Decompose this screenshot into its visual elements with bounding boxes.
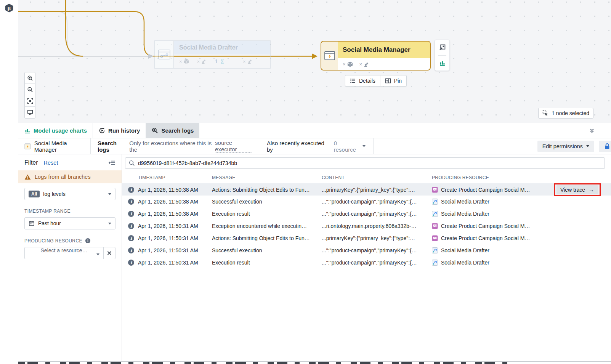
log-table-row[interactable]: i Apr 1, 2026, 11:50:31 AM Actions: Subm… — [122, 232, 611, 244]
log-levels-label: log levels — [43, 191, 65, 197]
zoom-to-fit-button[interactable] — [25, 95, 35, 107]
node-social-media-manager[interactable]: Social Media Manager × × — [321, 41, 431, 71]
no-edits-icon: × — [243, 59, 246, 64]
automation-resource-icon — [24, 143, 31, 150]
left-rail: µ — [0, 0, 18, 364]
log-table-row[interactable]: i Apr 1, 2026, 11:50:38 AM Execution res… — [122, 208, 611, 220]
info-icon[interactable] — [85, 238, 91, 244]
info-level-icon: i — [128, 247, 134, 253]
no-edits-icon: × — [197, 59, 200, 64]
collapse-panel-button[interactable] — [589, 128, 595, 134]
column-header-producing-resource[interactable]: PRODUCING RESOURCE — [432, 175, 554, 180]
view-trace-annotation: View trace → — [554, 183, 601, 196]
selected-resource-breadcrumb[interactable]: Social Media Manager — [18, 138, 91, 154]
log-content: ...primaryKey":{"primary_key":{"type":… — [322, 235, 432, 241]
log-table-row[interactable]: i Apr 1, 2026, 11:50:31 AM Successful ex… — [122, 244, 611, 257]
no-objects-icon: × — [343, 61, 346, 67]
filter-controls: All log levels TIMESTAMP RANGE Past hour… — [18, 183, 122, 264]
log-table-row[interactable]: i Apr 1, 2026, 11:50:38 AM Actions: Subm… — [122, 183, 611, 196]
info-level-icon: i — [128, 187, 134, 193]
caret-down-icon — [362, 145, 366, 147]
log-message: Exception encountered while executin… — [212, 223, 322, 229]
tab-model-usage-charts[interactable]: Model usage charts — [19, 123, 93, 138]
log-content: ...":"product-campaign","primaryKey":{… — [322, 260, 432, 266]
node-title: Social Media Drafter — [179, 44, 238, 51]
log-table-row[interactable]: i Apr 1, 2026, 11:50:38 AM Successful ex… — [122, 196, 611, 208]
cube-icon — [183, 58, 189, 64]
log-levels-select[interactable]: All log levels — [24, 188, 115, 200]
tab-search-logs[interactable]: Search logs — [146, 123, 199, 138]
zoom-out-button[interactable] — [25, 84, 35, 95]
presentation-mode-button[interactable] — [25, 107, 35, 118]
column-header-content[interactable]: CONTENT — [322, 175, 432, 180]
bar-chart-icon — [24, 128, 30, 134]
timestamp-range-select[interactable]: Past hour — [24, 217, 115, 229]
svg-text:µ: µ — [7, 5, 11, 11]
tab-run-history[interactable]: Run history — [93, 123, 146, 138]
section-subtitle: Only for executions where this is the — [129, 140, 213, 153]
producing-resource-cell[interactable]: Create Product Campaign Social M… — [432, 235, 554, 241]
node-status-row: × × 1 × — [174, 55, 270, 68]
log-table-row[interactable]: i Apr 1, 2026, 11:50:31 AM Exception enc… — [122, 220, 611, 232]
log-timestamp: Apr 1, 2026, 11:50:31 AM — [138, 223, 212, 229]
app-logo-icon[interactable]: µ — [4, 3, 14, 13]
no-edits-icon: × — [359, 61, 362, 67]
logic-resource-icon — [432, 247, 438, 253]
also-executed-cell: Also recently executed by 0 resource — [259, 138, 374, 154]
subheader-actions: Edit permissions — [537, 138, 611, 154]
no-objects-icon: × — [179, 59, 182, 64]
also-executed-label: Also recently executed by — [267, 140, 330, 153]
info-level-icon: i — [128, 223, 134, 229]
log-timestamp: Apr 1, 2026, 11:50:31 AM — [138, 260, 212, 266]
action-resource-icon — [432, 223, 438, 229]
log-message: Successful execution — [212, 199, 322, 205]
tab-label: Run history — [108, 127, 140, 134]
open-in-new-button[interactable] — [435, 40, 449, 55]
node-status-row: × × — [338, 58, 430, 70]
producing-resource-name: Create Product Campaign Social M… — [441, 235, 530, 241]
view-trace-button[interactable]: View trace → — [556, 185, 598, 194]
timestamp-range-label: TIMESTAMP RANGE — [24, 208, 115, 214]
producing-resource-cell[interactable]: Create Product Campaign Social M… — [432, 187, 554, 193]
logic-resource-icon — [432, 211, 438, 217]
column-header-timestamp[interactable]: TIMESTAMP — [138, 175, 212, 180]
permissions-lock-button[interactable] — [599, 141, 611, 152]
usage-chart-button[interactable] — [435, 56, 449, 71]
warning-label: Logs from all branches — [35, 174, 91, 180]
caret-down-icon — [108, 193, 111, 195]
producing-resource-name: Create Product Campaign Social M… — [441, 223, 530, 229]
producing-resource-cell[interactable]: Social Media Drafter — [432, 211, 554, 217]
collapse-filters-button[interactable] — [109, 160, 115, 166]
caret-down-icon — [96, 253, 99, 255]
resource-count-dropdown[interactable]: 0 resource — [334, 140, 366, 153]
properties-icon — [350, 78, 356, 84]
log-search-box — [125, 157, 605, 169]
clipped-bottom-row — [18, 361, 611, 364]
log-search-input[interactable] — [138, 160, 601, 166]
producing-resource-cell[interactable]: Create Product Campaign Social M… — [432, 223, 554, 229]
clear-resource-button[interactable] — [104, 247, 115, 259]
log-content: ...ri.ontology.main.property.606a332b-… — [322, 223, 432, 229]
producing-resource-select[interactable]: Select a resource… — [25, 247, 104, 259]
zoom-in-button[interactable] — [25, 72, 35, 84]
producing-resource-cell[interactable]: Social Media Drafter — [432, 199, 554, 205]
producing-resource-cell[interactable]: Social Media Drafter — [432, 247, 554, 253]
pin-button[interactable]: Pin — [380, 75, 406, 86]
canvas-zoom-controls — [24, 72, 35, 119]
node-social-media-drafter[interactable]: Social Media Drafter × × 1 × — [154, 40, 271, 69]
source-executor-link[interactable]: source executor — [215, 140, 252, 153]
producing-resource-cell[interactable]: Social Media Drafter — [432, 260, 554, 266]
edit-permissions-button[interactable]: Edit permissions — [537, 141, 594, 152]
log-table-header: TIMESTAMP MESSAGE CONTENT PRODUCING RESO… — [122, 172, 611, 183]
pin-label: Pin — [394, 78, 402, 84]
pin-panel-icon — [385, 78, 391, 84]
select-cursor-icon — [542, 110, 548, 116]
info-level-icon: i — [128, 235, 134, 241]
caret-down-icon — [586, 145, 589, 147]
filter-reset-link[interactable]: Reset — [44, 160, 58, 166]
panel-tab-bar: Model usage charts Run history Search lo… — [18, 123, 611, 138]
details-button[interactable]: Details — [345, 75, 380, 86]
column-header-message[interactable]: MESSAGE — [212, 175, 322, 180]
log-table-row[interactable]: i Apr 1, 2026, 11:50:31 AM Execution res… — [122, 257, 611, 269]
pipeline-canvas[interactable]: Social Media Drafter × × 1 × Soci — [18, 0, 611, 123]
